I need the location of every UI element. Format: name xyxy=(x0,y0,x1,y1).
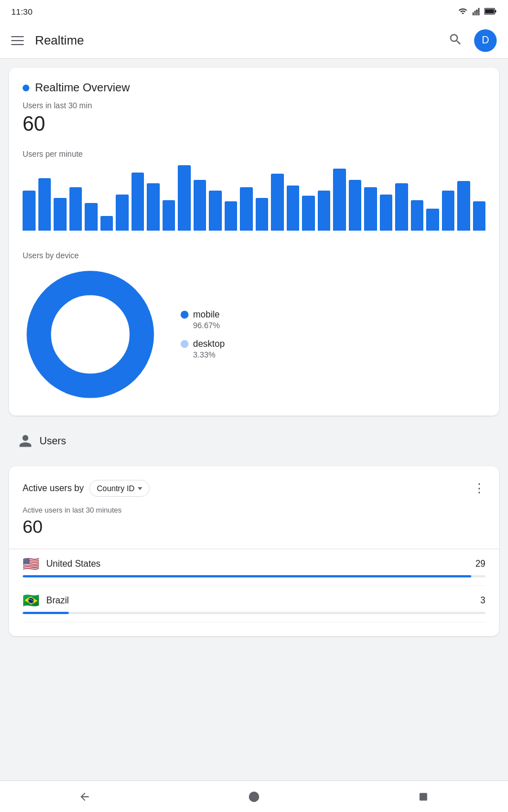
country-name: Brazil xyxy=(46,595,69,606)
progress-bar-bg xyxy=(23,575,485,577)
bar xyxy=(132,173,144,231)
bar xyxy=(147,183,160,231)
donut-chart xyxy=(23,267,158,402)
bar xyxy=(349,180,362,231)
bar xyxy=(302,196,315,231)
svg-point-9 xyxy=(52,297,128,372)
bar xyxy=(333,169,346,231)
search-icon xyxy=(448,32,463,47)
bar xyxy=(271,174,284,231)
bar xyxy=(225,201,238,231)
overview-square-icon xyxy=(418,792,428,802)
country-row-top: 🇺🇸 United States 29 xyxy=(23,557,485,571)
users-per-minute-label: Users per minute xyxy=(23,149,485,158)
country-info: 🇧🇷 Brazil xyxy=(23,594,69,607)
active-users-label: Active users in last 30 minutes xyxy=(23,506,485,514)
bar xyxy=(395,183,408,231)
legend-mobile: mobile 96.67% xyxy=(181,310,225,330)
bar xyxy=(380,195,393,231)
users-by-device-label: Users by device xyxy=(23,251,485,260)
bar-chart xyxy=(23,165,485,233)
users-section-header: Users xyxy=(9,425,499,457)
status-time: 11:30 xyxy=(11,7,33,16)
bar xyxy=(194,180,207,231)
home-circle-icon xyxy=(248,791,260,803)
search-button[interactable] xyxy=(448,32,463,49)
home-button[interactable] xyxy=(244,787,264,807)
desktop-label: desktop xyxy=(193,339,225,349)
device-section: mobile 96.67% desktop 3.33% xyxy=(23,267,485,402)
active-users-prefix: Active users by xyxy=(23,483,84,493)
bar xyxy=(240,187,253,231)
bar xyxy=(178,165,191,231)
svg-rect-5 xyxy=(485,9,494,14)
avatar[interactable]: D xyxy=(474,29,497,52)
bar xyxy=(411,200,424,231)
status-bar: 11:30 xyxy=(0,0,508,23)
dropdown-label: Country ID xyxy=(97,484,134,493)
svg-rect-0 xyxy=(472,12,474,15)
bar xyxy=(473,201,486,231)
country-row: 🇺🇸 United States 29 xyxy=(23,549,485,586)
progress-bar-fill xyxy=(23,612,69,614)
country-row: 🇧🇷 Brazil 3 xyxy=(23,586,485,623)
mobile-label: mobile xyxy=(193,310,220,320)
more-options-button[interactable]: ⋮ xyxy=(473,482,485,495)
svg-rect-11 xyxy=(419,793,427,801)
active-users-left: Active users by Country ID xyxy=(23,480,150,497)
users-section-title: Users xyxy=(40,435,66,447)
menu-button[interactable] xyxy=(11,36,24,45)
country-row-top: 🇧🇷 Brazil 3 xyxy=(23,594,485,607)
bar xyxy=(54,198,67,231)
bar xyxy=(100,216,113,231)
country-info: 🇺🇸 United States xyxy=(23,557,100,571)
wifi-icon xyxy=(457,7,468,16)
bar xyxy=(256,198,269,231)
desktop-pct: 3.33% xyxy=(193,350,225,359)
realtime-overview-card: Realtime Overview Users in last 30 min 6… xyxy=(9,68,499,416)
country-name: United States xyxy=(46,559,100,569)
card-header: Realtime Overview xyxy=(23,81,485,94)
active-users-card: Active users by Country ID ⋮ Active user… xyxy=(9,466,499,636)
top-bar-right: D xyxy=(448,29,497,52)
users-last-30-value: 60 xyxy=(23,112,485,136)
chart-legend: mobile 96.67% desktop 3.33% xyxy=(181,310,225,359)
legend-desktop: desktop 3.33% xyxy=(181,339,225,359)
bottom-nav xyxy=(0,780,508,812)
active-users-header: Active users by Country ID ⋮ xyxy=(23,480,485,497)
mobile-dot xyxy=(181,311,189,319)
back-button[interactable] xyxy=(75,787,95,807)
bar xyxy=(23,191,36,231)
page-title: Realtime xyxy=(35,33,84,48)
signal-icon xyxy=(472,7,481,16)
country-list: 🇺🇸 United States 29 🇧🇷 Brazil 3 xyxy=(23,549,485,623)
status-icons xyxy=(457,7,497,16)
country-count: 29 xyxy=(475,559,485,569)
bar xyxy=(85,203,98,231)
back-icon xyxy=(78,791,91,803)
active-users-value: 60 xyxy=(23,517,485,537)
bar xyxy=(287,186,300,231)
desktop-dot xyxy=(181,340,189,348)
country-dropdown[interactable]: Country ID xyxy=(89,480,150,497)
bar xyxy=(364,187,377,231)
bar xyxy=(426,209,439,231)
bar xyxy=(116,195,129,231)
top-bar: Realtime D xyxy=(0,23,508,59)
bar xyxy=(457,181,470,231)
bar xyxy=(318,191,331,231)
country-flag: 🇺🇸 xyxy=(23,557,40,571)
svg-rect-6 xyxy=(495,10,496,12)
blue-dot-indicator xyxy=(23,85,29,91)
chevron-down-icon xyxy=(138,487,142,490)
bar xyxy=(163,200,176,231)
svg-rect-2 xyxy=(476,10,478,16)
top-bar-left: Realtime xyxy=(11,33,84,48)
bar xyxy=(69,187,82,231)
svg-point-10 xyxy=(249,791,259,801)
main-content: Realtime Overview Users in last 30 min 6… xyxy=(0,59,508,645)
bar xyxy=(38,178,51,231)
country-count: 3 xyxy=(480,595,485,606)
overview-button[interactable] xyxy=(413,787,433,807)
users-last-30-label: Users in last 30 min xyxy=(23,101,485,110)
